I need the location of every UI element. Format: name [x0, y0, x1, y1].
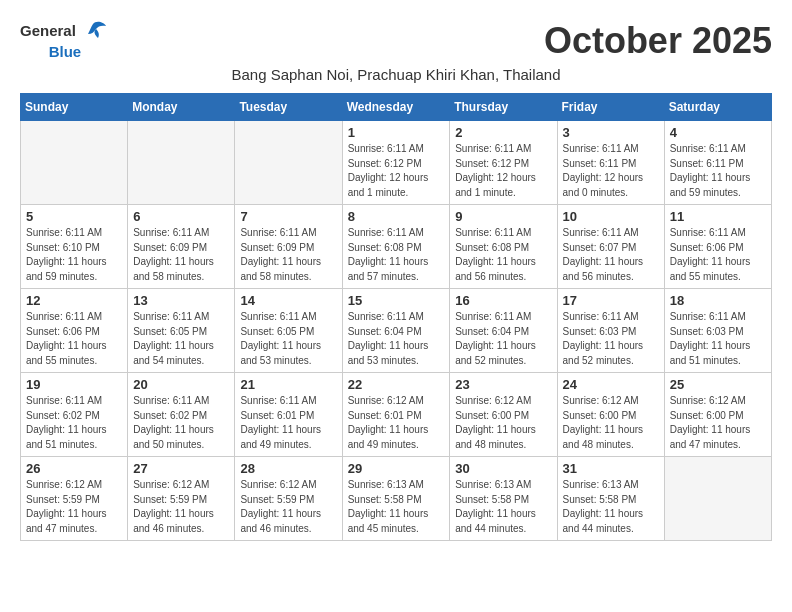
day-number: 3 [563, 125, 659, 140]
table-row: 1Sunrise: 6:11 AMSunset: 6:12 PMDaylight… [342, 121, 450, 205]
day-info: Sunrise: 6:11 AMSunset: 6:03 PMDaylight:… [670, 310, 766, 368]
day-info: Sunrise: 6:12 AMSunset: 6:00 PMDaylight:… [670, 394, 766, 452]
day-number: 16 [455, 293, 551, 308]
calendar-week-row: 26Sunrise: 6:12 AMSunset: 5:59 PMDayligh… [21, 457, 772, 541]
day-info: Sunrise: 6:11 AMSunset: 6:09 PMDaylight:… [133, 226, 229, 284]
day-number: 14 [240, 293, 336, 308]
col-wednesday: Wednesday [342, 94, 450, 121]
table-row: 7Sunrise: 6:11 AMSunset: 6:09 PMDaylight… [235, 205, 342, 289]
table-row: 21Sunrise: 6:11 AMSunset: 6:01 PMDayligh… [235, 373, 342, 457]
day-number: 30 [455, 461, 551, 476]
calendar-header-row: Sunday Monday Tuesday Wednesday Thursday… [21, 94, 772, 121]
table-row: 9Sunrise: 6:11 AMSunset: 6:08 PMDaylight… [450, 205, 557, 289]
month-title: October 2025 [544, 20, 772, 62]
table-row: 30Sunrise: 6:13 AMSunset: 5:58 PMDayligh… [450, 457, 557, 541]
day-number: 29 [348, 461, 445, 476]
logo-general-text: General [20, 23, 76, 40]
day-info: Sunrise: 6:11 AMSunset: 6:11 PMDaylight:… [563, 142, 659, 200]
day-info: Sunrise: 6:13 AMSunset: 5:58 PMDaylight:… [455, 478, 551, 536]
col-tuesday: Tuesday [235, 94, 342, 121]
day-info: Sunrise: 6:11 AMSunset: 6:11 PMDaylight:… [670, 142, 766, 200]
day-info: Sunrise: 6:11 AMSunset: 6:03 PMDaylight:… [563, 310, 659, 368]
table-row [128, 121, 235, 205]
day-info: Sunrise: 6:12 AMSunset: 6:00 PMDaylight:… [455, 394, 551, 452]
day-number: 2 [455, 125, 551, 140]
day-number: 5 [26, 209, 122, 224]
calendar-table: Sunday Monday Tuesday Wednesday Thursday… [20, 93, 772, 541]
day-number: 9 [455, 209, 551, 224]
day-info: Sunrise: 6:11 AMSunset: 6:09 PMDaylight:… [240, 226, 336, 284]
day-info: Sunrise: 6:12 AMSunset: 5:59 PMDaylight:… [133, 478, 229, 536]
table-row: 18Sunrise: 6:11 AMSunset: 6:03 PMDayligh… [664, 289, 771, 373]
table-row: 23Sunrise: 6:12 AMSunset: 6:00 PMDayligh… [450, 373, 557, 457]
table-row: 12Sunrise: 6:11 AMSunset: 6:06 PMDayligh… [21, 289, 128, 373]
table-row: 2Sunrise: 6:11 AMSunset: 6:12 PMDaylight… [450, 121, 557, 205]
table-row: 16Sunrise: 6:11 AMSunset: 6:04 PMDayligh… [450, 289, 557, 373]
day-info: Sunrise: 6:12 AMSunset: 6:00 PMDaylight:… [563, 394, 659, 452]
col-monday: Monday [128, 94, 235, 121]
day-info: Sunrise: 6:11 AMSunset: 6:04 PMDaylight:… [455, 310, 551, 368]
logo-bird-icon [78, 20, 108, 42]
logo: General Blue [20, 20, 110, 62]
day-info: Sunrise: 6:11 AMSunset: 6:02 PMDaylight:… [26, 394, 122, 452]
day-info: Sunrise: 6:11 AMSunset: 6:08 PMDaylight:… [348, 226, 445, 284]
day-number: 7 [240, 209, 336, 224]
subtitle: Bang Saphan Noi, Prachuap Khiri Khan, Th… [20, 66, 772, 83]
table-row: 27Sunrise: 6:12 AMSunset: 5:59 PMDayligh… [128, 457, 235, 541]
table-row: 26Sunrise: 6:12 AMSunset: 5:59 PMDayligh… [21, 457, 128, 541]
table-row: 17Sunrise: 6:11 AMSunset: 6:03 PMDayligh… [557, 289, 664, 373]
day-number: 20 [133, 377, 229, 392]
calendar-week-row: 5Sunrise: 6:11 AMSunset: 6:10 PMDaylight… [21, 205, 772, 289]
day-number: 22 [348, 377, 445, 392]
logo-blue-text: Blue [49, 43, 82, 60]
table-row: 13Sunrise: 6:11 AMSunset: 6:05 PMDayligh… [128, 289, 235, 373]
table-row: 28Sunrise: 6:12 AMSunset: 5:59 PMDayligh… [235, 457, 342, 541]
day-number: 6 [133, 209, 229, 224]
calendar-week-row: 19Sunrise: 6:11 AMSunset: 6:02 PMDayligh… [21, 373, 772, 457]
page-header: General Blue October 2025 [20, 20, 772, 62]
day-info: Sunrise: 6:13 AMSunset: 5:58 PMDaylight:… [563, 478, 659, 536]
table-row: 3Sunrise: 6:11 AMSunset: 6:11 PMDaylight… [557, 121, 664, 205]
day-info: Sunrise: 6:11 AMSunset: 6:02 PMDaylight:… [133, 394, 229, 452]
day-info: Sunrise: 6:11 AMSunset: 6:05 PMDaylight:… [133, 310, 229, 368]
day-number: 12 [26, 293, 122, 308]
day-number: 18 [670, 293, 766, 308]
table-row: 4Sunrise: 6:11 AMSunset: 6:11 PMDaylight… [664, 121, 771, 205]
calendar-week-row: 1Sunrise: 6:11 AMSunset: 6:12 PMDaylight… [21, 121, 772, 205]
table-row: 31Sunrise: 6:13 AMSunset: 5:58 PMDayligh… [557, 457, 664, 541]
day-info: Sunrise: 6:11 AMSunset: 6:12 PMDaylight:… [348, 142, 445, 200]
day-info: Sunrise: 6:13 AMSunset: 5:58 PMDaylight:… [348, 478, 445, 536]
day-info: Sunrise: 6:11 AMSunset: 6:06 PMDaylight:… [26, 310, 122, 368]
table-row [21, 121, 128, 205]
day-info: Sunrise: 6:11 AMSunset: 6:06 PMDaylight:… [670, 226, 766, 284]
day-info: Sunrise: 6:11 AMSunset: 6:12 PMDaylight:… [455, 142, 551, 200]
day-number: 21 [240, 377, 336, 392]
table-row: 19Sunrise: 6:11 AMSunset: 6:02 PMDayligh… [21, 373, 128, 457]
col-sunday: Sunday [21, 94, 128, 121]
table-row [235, 121, 342, 205]
day-number: 25 [670, 377, 766, 392]
day-number: 8 [348, 209, 445, 224]
table-row: 6Sunrise: 6:11 AMSunset: 6:09 PMDaylight… [128, 205, 235, 289]
col-friday: Friday [557, 94, 664, 121]
col-thursday: Thursday [450, 94, 557, 121]
day-number: 15 [348, 293, 445, 308]
table-row: 24Sunrise: 6:12 AMSunset: 6:00 PMDayligh… [557, 373, 664, 457]
day-number: 19 [26, 377, 122, 392]
table-row: 15Sunrise: 6:11 AMSunset: 6:04 PMDayligh… [342, 289, 450, 373]
day-number: 23 [455, 377, 551, 392]
table-row [664, 457, 771, 541]
calendar-week-row: 12Sunrise: 6:11 AMSunset: 6:06 PMDayligh… [21, 289, 772, 373]
table-row: 11Sunrise: 6:11 AMSunset: 6:06 PMDayligh… [664, 205, 771, 289]
day-number: 1 [348, 125, 445, 140]
day-number: 11 [670, 209, 766, 224]
day-info: Sunrise: 6:11 AMSunset: 6:04 PMDaylight:… [348, 310, 445, 368]
day-info: Sunrise: 6:11 AMSunset: 6:01 PMDaylight:… [240, 394, 336, 452]
day-info: Sunrise: 6:11 AMSunset: 6:08 PMDaylight:… [455, 226, 551, 284]
table-row: 22Sunrise: 6:12 AMSunset: 6:01 PMDayligh… [342, 373, 450, 457]
day-info: Sunrise: 6:12 AMSunset: 6:01 PMDaylight:… [348, 394, 445, 452]
day-number: 10 [563, 209, 659, 224]
table-row: 8Sunrise: 6:11 AMSunset: 6:08 PMDaylight… [342, 205, 450, 289]
table-row: 10Sunrise: 6:11 AMSunset: 6:07 PMDayligh… [557, 205, 664, 289]
table-row: 29Sunrise: 6:13 AMSunset: 5:58 PMDayligh… [342, 457, 450, 541]
